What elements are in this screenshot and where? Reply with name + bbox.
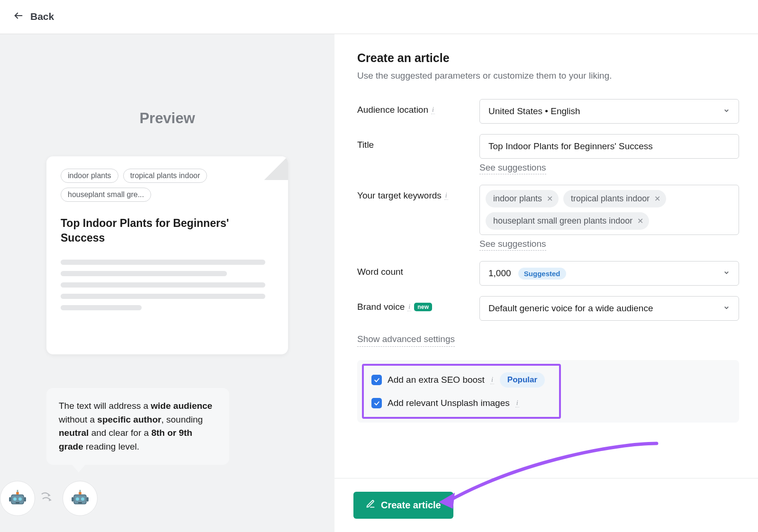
info-icon[interactable]: i (444, 192, 448, 200)
keywords-input[interactable]: indoor plants✕ tropical plants indoor✕ h… (479, 185, 739, 235)
seo-boost-option[interactable]: Add an extra SEO boost i Popular (371, 372, 551, 388)
svg-rect-16 (78, 502, 82, 503)
arrow-left-icon (13, 10, 24, 23)
skeleton-line (61, 271, 227, 276)
tip-bold: specific author (97, 415, 161, 424)
back-button[interactable]: Back (13, 10, 54, 23)
tip-text: and clear for a (89, 428, 151, 438)
create-article-button[interactable]: Create article (353, 492, 453, 519)
info-icon[interactable]: i (407, 303, 411, 311)
back-label: Back (30, 11, 54, 22)
svg-point-4 (18, 497, 22, 501)
tip-bold: neutral (59, 428, 89, 438)
robot-avatar (0, 481, 35, 516)
row-brandvoice: Brand voice i new Default generic voice … (357, 296, 739, 321)
svg-marker-10 (48, 494, 51, 496)
audience-select[interactable]: United States • English (479, 99, 739, 124)
preview-card: indoor plants tropical plants indoor hou… (46, 156, 288, 354)
create-article-label: Create article (381, 500, 441, 511)
chevron-down-icon (723, 303, 730, 314)
tip-text: The text will address a (59, 401, 151, 411)
preview-heading: Preview (139, 110, 195, 127)
keyword-chip: indoor plants✕ (486, 190, 559, 207)
fold-corner-icon (264, 156, 288, 180)
svg-rect-19 (72, 497, 73, 502)
see-suggestions-link[interactable]: See suggestions (479, 239, 546, 251)
robot-avatar (63, 481, 98, 516)
label-keywords: Your target keywords (357, 190, 442, 201)
row-title: Title See suggestions (357, 134, 739, 174)
keyword-chip: houseplant small green plants indoor✕ (486, 212, 649, 230)
svg-rect-9 (24, 497, 26, 502)
row-wordcount: Word count 1,000 Suggested (357, 261, 739, 286)
svg-point-3 (13, 497, 17, 501)
svg-point-15 (81, 497, 84, 501)
seo-boost-label: Add an extra SEO boost (388, 375, 485, 385)
label-wordcount: Word count (357, 267, 403, 277)
skeleton-line (61, 294, 265, 299)
svg-rect-20 (87, 497, 89, 502)
unsplash-option[interactable]: Add relevant Unsplash images i (371, 398, 551, 408)
skeleton-line (61, 305, 142, 310)
form-column: Create an article Use the suggested para… (334, 34, 758, 532)
keyword-chip-label: indoor plants (493, 194, 542, 204)
svg-rect-17 (79, 492, 81, 495)
wordcount-select[interactable]: 1,000 Suggested (479, 261, 739, 286)
suggested-pill: Suggested (518, 268, 566, 280)
keyword-chip-label: houseplant small green plants indoor (493, 216, 632, 226)
form-heading: Create an article (357, 51, 739, 65)
tip-text: without a (59, 415, 97, 424)
extras-panel: Add an extra SEO boost i Popular Add rel… (357, 360, 739, 423)
label-audience: Audience location (357, 105, 428, 115)
preview-tag: indoor plants (61, 169, 118, 183)
svg-point-14 (76, 497, 79, 501)
tip-text: reading level. (83, 442, 139, 451)
transition-icon (41, 492, 57, 505)
remove-chip-icon[interactable]: ✕ (547, 194, 553, 203)
topbar: Back (0, 0, 758, 34)
annotation-box: Add an extra SEO boost i Popular Add rel… (362, 364, 561, 419)
chevron-down-icon (723, 268, 730, 279)
brandvoice-value: Default generic voice for a wide audienc… (488, 303, 653, 314)
see-suggestions-link[interactable]: See suggestions (479, 162, 546, 174)
chevron-down-icon (723, 106, 730, 117)
remove-chip-icon[interactable]: ✕ (654, 194, 660, 203)
tip-text: , sounding (161, 415, 203, 424)
title-input[interactable] (479, 134, 739, 159)
preview-tag: tropical plants indoor (123, 169, 208, 183)
svg-marker-11 (49, 498, 52, 501)
preview-title: Top Indoor Plants for Beginners' Success (61, 216, 274, 245)
svg-rect-18 (80, 490, 81, 492)
info-icon[interactable]: i (515, 399, 519, 407)
skeleton-line (61, 282, 265, 288)
voice-tooltip: The text will address a wide audience wi… (46, 388, 229, 465)
preview-column: Preview indoor plants tropical plants in… (0, 34, 334, 532)
wordcount-value: 1,000 (488, 268, 511, 278)
keyword-chip: tropical plants indoor✕ (563, 190, 666, 207)
remove-chip-icon[interactable]: ✕ (637, 216, 643, 225)
checkbox-checked-icon[interactable] (371, 398, 382, 408)
label-brandvoice: Brand voice (357, 302, 405, 312)
show-advanced-link[interactable]: Show advanced settings (357, 334, 455, 347)
pencil-icon (366, 499, 375, 511)
preview-tags: indoor plants tropical plants indoor hou… (61, 169, 274, 202)
preview-tag: houseplant small gre... (61, 188, 151, 202)
info-icon[interactable]: i (431, 106, 435, 114)
form-subheading: Use the suggested parameters or customiz… (357, 71, 739, 81)
brandvoice-select[interactable]: Default generic voice for a wide audienc… (479, 296, 739, 321)
audience-value: United States • English (488, 106, 580, 117)
svg-rect-6 (16, 492, 19, 495)
new-pill: new (414, 303, 432, 311)
info-icon[interactable]: i (490, 376, 494, 384)
svg-rect-7 (17, 490, 18, 492)
unsplash-label: Add relevant Unsplash images (388, 398, 510, 408)
svg-rect-5 (16, 502, 19, 503)
row-audience: Audience location i United States • Engl… (357, 99, 739, 124)
checkbox-checked-icon[interactable] (371, 375, 382, 385)
popular-pill: Popular (500, 372, 545, 388)
skeleton-line (61, 260, 265, 265)
row-keywords: Your target keywords i indoor plants✕ tr… (357, 185, 739, 251)
label-title: Title (357, 140, 374, 150)
svg-rect-8 (9, 497, 11, 502)
tip-bold: wide audience (151, 401, 212, 411)
